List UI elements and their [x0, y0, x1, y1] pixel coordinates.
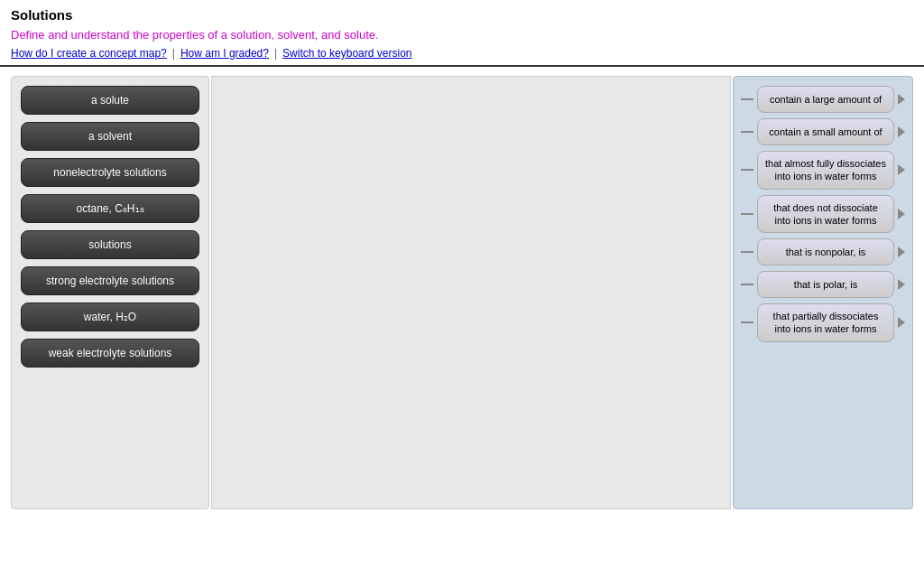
- link-keyboard[interactable]: Switch to keyboard version: [282, 47, 411, 60]
- connector-line: [741, 131, 753, 133]
- arrow-right-icon: [898, 94, 905, 105]
- answer-box-almost-fully[interactable]: that almost fully dissociates into ions …: [757, 151, 894, 190]
- link-graded[interactable]: How am I graded?: [180, 47, 269, 60]
- arrow-right-icon: [898, 209, 905, 219]
- answer-row-nonpolar: that is nonpolar, is: [741, 238, 905, 265]
- answer-row-contain-large: contain a large amount of: [741, 86, 905, 113]
- drag-item-a-solute[interactable]: a solute: [21, 86, 199, 115]
- arrow-right-icon: [898, 164, 905, 175]
- links-bar: How do I create a concept map? | How am …: [11, 47, 913, 60]
- answer-row-does-not: that does not dissociate into ions in wa…: [741, 195, 905, 234]
- answer-box-nonpolar[interactable]: that is nonpolar, is: [757, 238, 894, 265]
- answer-row-contain-small: contain a small amount of: [741, 118, 905, 145]
- left-panel: a solutea solventnonelectrolyte solution…: [11, 76, 209, 509]
- answer-box-contain-small[interactable]: contain a small amount of: [757, 118, 894, 145]
- connector-line: [741, 284, 753, 285]
- center-drop-zone[interactable]: [211, 76, 731, 509]
- answer-row-partially: that partially dissociates into ions in …: [741, 303, 905, 342]
- connector-line: [741, 321, 753, 323]
- subtitle: Define and understand the properties of …: [11, 28, 913, 42]
- link-concept-map[interactable]: How do I create a concept map?: [11, 47, 167, 60]
- arrow-right-icon: [898, 317, 905, 328]
- arrow-right-icon: [898, 126, 905, 137]
- right-panel: contain a large amount ofcontain a small…: [733, 76, 913, 509]
- page-title: Solutions: [11, 7, 913, 23]
- drag-item-weak-electrolyte-solutions[interactable]: weak electrolyte solutions: [21, 339, 199, 368]
- connector-line: [741, 251, 753, 253]
- main-area: a solutea solventnonelectrolyte solution…: [0, 67, 924, 518]
- arrow-right-icon: [898, 279, 905, 290]
- drag-item-nonelectrolyte-solutions[interactable]: nonelectrolyte solutions: [21, 158, 199, 187]
- arrow-right-icon: [898, 247, 905, 257]
- drag-item-strong-electrolyte-solutions[interactable]: strong electrolyte solutions: [21, 266, 199, 295]
- answer-box-partially[interactable]: that partially dissociates into ions in …: [757, 303, 894, 342]
- drag-item-solutions[interactable]: solutions: [21, 230, 199, 259]
- drag-item-water[interactable]: water, H₂O: [21, 303, 199, 331]
- drag-item-octane[interactable]: octane, C₈H₁₈: [21, 194, 199, 223]
- answer-row-almost-fully: that almost fully dissociates into ions …: [741, 151, 905, 190]
- connector-line: [741, 213, 753, 215]
- answer-box-contain-large[interactable]: contain a large amount of: [757, 86, 894, 113]
- connector-line: [741, 169, 753, 171]
- drag-item-a-solvent[interactable]: a solvent: [21, 122, 199, 151]
- connector-line: [741, 98, 753, 100]
- separator-1: |: [172, 47, 175, 60]
- answer-box-does-not[interactable]: that does not dissociate into ions in wa…: [757, 195, 894, 234]
- answer-box-polar[interactable]: that is polar, is: [757, 271, 894, 298]
- top-bar: Solutions Define and understand the prop…: [0, 0, 924, 67]
- answer-row-polar: that is polar, is: [741, 271, 905, 298]
- separator-2: |: [274, 47, 277, 60]
